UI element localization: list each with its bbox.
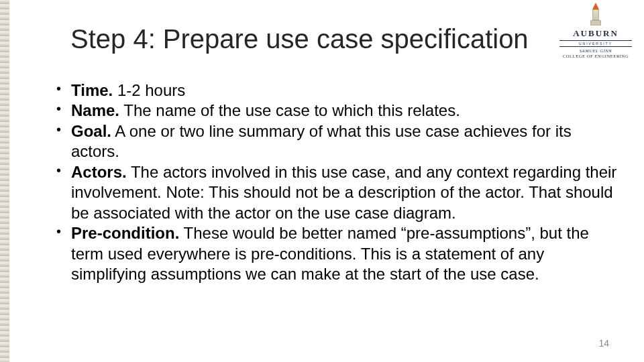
bullet-text: The actors involved in this use case, an… (71, 163, 616, 222)
slide: Step 4: Prepare use case specification A… (0, 0, 644, 362)
logo-subtitle: UNIVERSITY (559, 40, 632, 47)
bullet-label: Actors. (71, 163, 127, 181)
logo-word: AUBURN (557, 28, 635, 39)
bullet-text: 1-2 hours (113, 81, 185, 99)
bullet-list: Time. 1-2 hours Name. The name of the us… (52, 80, 617, 285)
bullet-label: Time. (71, 81, 113, 99)
page-number: 14 (598, 338, 609, 349)
bullet-text: The name of the use case to which this r… (119, 101, 460, 119)
logo-college-line1: SAMUEL GINN (580, 48, 612, 53)
bullet-text: A one or two line summary of what this u… (71, 122, 572, 160)
logo-college-line2: COLLEGE OF ENGINEERING (563, 54, 629, 58)
list-item: Name. The name of the use case to which … (52, 101, 617, 121)
list-item: Time. 1-2 hours (52, 80, 617, 101)
list-item: Goal. A one or two line summary of what … (52, 121, 617, 162)
content-area: Time. 1-2 hours Name. The name of the us… (52, 80, 617, 285)
list-item: Actors. The actors involved in this use … (52, 162, 617, 223)
bullet-label: Goal. (71, 122, 111, 140)
bullet-label: Name. (71, 101, 119, 119)
auburn-logo: AUBURN UNIVERSITY SAMUEL GINN COLLEGE OF… (557, 3, 635, 59)
logo-college: SAMUEL GINN COLLEGE OF ENGINEERING (557, 48, 635, 59)
slide-title: Step 4: Prepare use case specification (70, 24, 529, 54)
list-item: Pre-condition. These would be better nam… (52, 223, 617, 284)
left-accent-bar (0, 0, 9, 362)
bullet-label: Pre-condition. (71, 224, 179, 242)
tower-icon (589, 3, 602, 27)
